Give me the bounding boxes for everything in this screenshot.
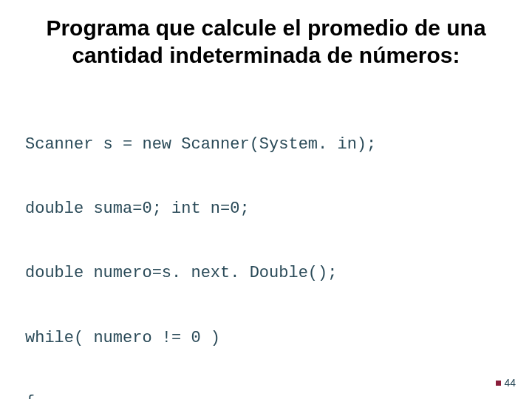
code-line: while( numero != 0 ) bbox=[25, 327, 511, 349]
footer: 44 bbox=[496, 377, 516, 389]
page-number: 44 bbox=[504, 377, 516, 389]
code-line: double numero=s. next. Double(); bbox=[25, 262, 511, 284]
bullet-icon bbox=[496, 381, 501, 386]
slide-title: Programa que calcule el promedio de una … bbox=[21, 15, 511, 69]
slide: Programa que calcule el promedio de una … bbox=[0, 0, 532, 399]
code-line: Scanner s = new Scanner(System. in); bbox=[25, 134, 511, 155]
code-line: double suma=0; int n=0; bbox=[25, 198, 511, 219]
code-block: Scanner s = new Scanner(System. in); dou… bbox=[21, 91, 511, 399]
code-line: { bbox=[25, 392, 511, 399]
